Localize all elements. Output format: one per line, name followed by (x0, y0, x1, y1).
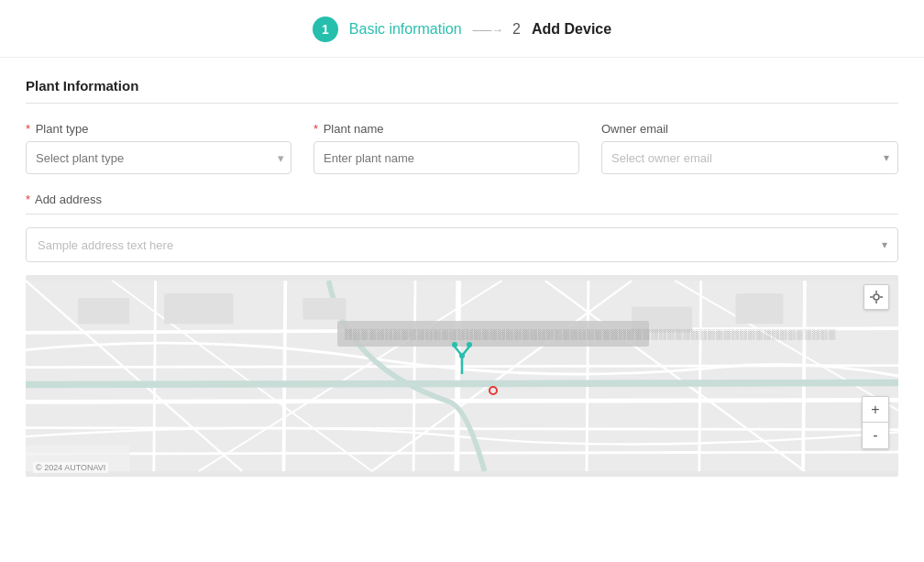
plant-type-input[interactable] (26, 141, 292, 174)
map-container[interactable]: ░░░░░░░░░░░░░░░░░░░░░░░░░░░░░░░░░░░░░░░░… (26, 275, 898, 477)
map-watermark: © 2024 AUTONAVI (33, 462, 108, 473)
map-zoom-out-button[interactable]: - (863, 423, 888, 448)
map-search-overlay: ░░░░░░░░░░░░░░░░░░░░░░░░░░░░░░░░░░░░░░░░… (337, 321, 649, 347)
svg-point-31 (459, 353, 465, 358)
step2-number: 2 (512, 21, 521, 38)
map-zoom-controls: + - (862, 396, 889, 449)
plant-name-label: * Plant name (314, 122, 579, 136)
svg-line-12 (803, 281, 805, 471)
svg-rect-24 (735, 293, 783, 324)
step2-label: Add Device (532, 21, 611, 38)
svg-rect-22 (302, 298, 346, 320)
step1-circle: 1 (313, 17, 338, 42)
plant-info-form-row: * Plant type ▾ * Plant name Owner email (26, 122, 898, 174)
address-select-wrapper: Sample address text here ▾ (26, 227, 898, 262)
svg-point-30 (467, 342, 472, 347)
svg-line-5 (26, 452, 898, 454)
map-pin (447, 339, 477, 380)
plant-name-input[interactable] (314, 141, 579, 174)
map-location-button[interactable] (864, 284, 889, 310)
address-required-star: * (26, 193, 30, 206)
address-label: * Add address (26, 193, 898, 206)
map-zoom-in-button[interactable]: + (863, 397, 888, 423)
svg-line-19 (26, 383, 898, 385)
svg-line-6 (154, 281, 156, 471)
svg-line-8 (413, 281, 415, 471)
svg-rect-20 (78, 298, 130, 324)
section-title: Plant Information (26, 78, 898, 94)
address-section: * Add address Sample address text here ▾ (26, 193, 898, 262)
svg-line-10 (587, 281, 588, 471)
stepper: 1 Basic information – – – → 2 Add Device (0, 0, 924, 58)
plant-name-required-star: * (314, 122, 318, 136)
map-location-dot (489, 386, 500, 397)
svg-line-7 (283, 281, 285, 471)
section-divider (26, 103, 898, 104)
svg-rect-21 (164, 293, 234, 324)
main-content: Plant Information * Plant type ▾ * Plant… (0, 58, 924, 477)
svg-point-32 (874, 294, 879, 300)
plant-type-required-star: * (26, 122, 30, 136)
plant-name-group: * Plant name (314, 122, 579, 174)
svg-line-3 (26, 400, 898, 402)
owner-email-select[interactable]: Select owner email (601, 141, 898, 174)
address-divider (26, 214, 898, 215)
svg-point-29 (452, 342, 457, 347)
owner-email-label: Owner email (601, 122, 898, 136)
step1-label: Basic information (349, 21, 462, 38)
plant-type-input-wrapper: ▾ (26, 141, 292, 174)
step-arrow: – – – → (473, 23, 502, 37)
owner-email-select-wrapper: Select owner email ▾ (601, 141, 898, 174)
owner-email-group: Owner email Select owner email ▾ (601, 122, 898, 174)
address-select[interactable]: Sample address text here (26, 227, 898, 262)
plant-type-group: * Plant type ▾ (26, 122, 292, 174)
plant-type-label: * Plant type (26, 122, 292, 136)
